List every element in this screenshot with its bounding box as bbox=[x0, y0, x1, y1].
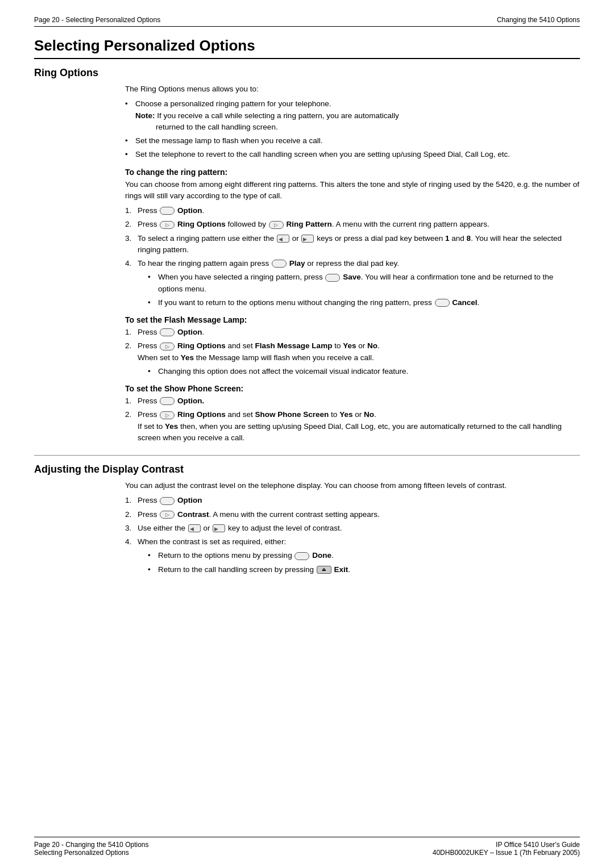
softkey-icon-sp1 bbox=[160, 397, 175, 405]
flash-lamp-steps: Press Option. Press ▷ Ring Options and s… bbox=[125, 327, 580, 377]
show-phone-title: To set the Show Phone Screen: bbox=[125, 384, 580, 393]
bullet-3: Set the telephone to revert to the call … bbox=[125, 149, 580, 160]
contrast-step-2: Press ▷ Contrast. A menu with the curren… bbox=[125, 509, 580, 520]
softkey-icon-c1 bbox=[160, 497, 175, 505]
contrast-step-4: When the contrast is set as required, ei… bbox=[125, 536, 580, 575]
right-arrow-icon bbox=[301, 235, 314, 243]
footer-right-line2: 40DHB0002UKEY – Issue 1 (7th February 20… bbox=[433, 849, 580, 857]
contrast-step-1: Press Option bbox=[125, 495, 580, 506]
section-divider bbox=[34, 455, 580, 456]
left-arrow-icon-c3 bbox=[188, 524, 201, 532]
flash-step-2-sub: Changing this option does not affect the… bbox=[148, 366, 580, 377]
step-4-sub-2: If you want to return to the options men… bbox=[148, 297, 580, 308]
note-indent: returned to the call handling screen. bbox=[156, 123, 278, 131]
change-ring-subsection: To change the ring pattern: You can choo… bbox=[125, 168, 580, 202]
ring-options-bullets: Choose a personalized ringing pattern fo… bbox=[125, 98, 580, 160]
softkey-arrow-c2: ▷ bbox=[160, 511, 175, 519]
show-phone-subsection: To set the Show Phone Screen: bbox=[125, 384, 580, 393]
footer-right: IP Office 5410 User's Guide 40DHB0002UKE… bbox=[433, 841, 580, 857]
softkey-arrow-sp2: ▷ bbox=[160, 411, 175, 419]
change-ring-title: To change the ring pattern: bbox=[125, 168, 580, 177]
change-ring-body: You can choose from among eight differen… bbox=[125, 179, 580, 202]
bullet-1: Choose a personalized ringing pattern fo… bbox=[125, 98, 580, 133]
header-left: Page 20 - Selecting Personalized Options bbox=[34, 16, 160, 24]
display-contrast-section: Adjusting the Display Contrast You can a… bbox=[34, 464, 580, 575]
step-2: Press ▷ Ring Options followed by ▷ Ring … bbox=[125, 219, 580, 230]
page-footer: Page 20 - Changing the 5410 Options Sele… bbox=[34, 837, 580, 857]
softkey-icon-4 bbox=[272, 260, 287, 268]
step-3: To select a ringing pattern use either t… bbox=[125, 233, 580, 256]
show-step-2: Press ▷ Ring Options and set Show Phone … bbox=[125, 409, 580, 444]
footer-right-line1: IP Office 5410 User's Guide bbox=[433, 841, 580, 849]
step-1: Press Option. bbox=[125, 205, 580, 216]
show-phone-steps: Press Option. Press ▷ Ring Options and s… bbox=[125, 395, 580, 444]
flash-step-1: Press Option. bbox=[125, 327, 580, 338]
main-title: Selecting Personalized Options bbox=[34, 37, 580, 59]
step-4-sub-1: When you have selected a ringing pattern… bbox=[148, 272, 580, 295]
display-contrast-intro: You can adjust the contrast level on the… bbox=[125, 480, 580, 491]
contrast-steps: Press Option Press ▷ Contrast. A menu wi… bbox=[125, 495, 580, 575]
bullet-2: Set the message lamp to flash when you r… bbox=[125, 135, 580, 147]
contrast-sub-1: Return to the options menu by pressing D… bbox=[148, 550, 580, 561]
show-step-1: Press Option. bbox=[125, 395, 580, 407]
step-4: To hear the ringing pattern again press … bbox=[125, 258, 580, 308]
softkey-icon-1 bbox=[160, 207, 175, 215]
footer-left-line2: Selecting Personalized Options bbox=[34, 849, 148, 857]
exit-icon: ⏏ bbox=[317, 566, 331, 574]
step-4-sub: When you have selected a ringing pattern… bbox=[148, 272, 580, 308]
flash-lamp-subsection: To set the Flash Message Lamp: bbox=[125, 315, 580, 324]
right-arrow-icon-c3 bbox=[213, 524, 225, 532]
contrast-sub-2: Return to the call handling screen by pr… bbox=[148, 564, 580, 575]
note-text: If you receive a call while selecting a … bbox=[157, 111, 399, 120]
softkey-arrow-2: ▷ bbox=[160, 221, 175, 229]
flash-step-2: Press ▷ Ring Options and set Flash Messa… bbox=[125, 340, 580, 377]
softkey-icon-fl1 bbox=[160, 328, 175, 336]
flash-lamp-title: To set the Flash Message Lamp: bbox=[125, 315, 580, 324]
softkey-icon-save bbox=[325, 274, 340, 282]
footer-left-line1: Page 20 - Changing the 5410 Options bbox=[34, 841, 148, 849]
softkey-arrow-fl2: ▷ bbox=[160, 343, 175, 350]
softkey-arrow-2b: ▷ bbox=[269, 221, 284, 229]
change-ring-steps: Press Option. Press ▷ Ring Options follo… bbox=[125, 205, 580, 308]
display-contrast-title: Adjusting the Display Contrast bbox=[34, 464, 580, 475]
flash-sub-1: Changing this option does not affect the… bbox=[148, 366, 580, 377]
header-right: Changing the 5410 Options bbox=[497, 16, 580, 24]
softkey-icon-cancel bbox=[435, 299, 450, 307]
softkey-icon-done bbox=[294, 552, 309, 560]
page-header: Page 20 - Selecting Personalized Options… bbox=[34, 16, 580, 27]
contrast-step-4-sub: Return to the options menu by pressing D… bbox=[148, 550, 580, 575]
ring-options-section: Ring Options The Ring Options menus allo… bbox=[34, 67, 580, 444]
contrast-step-3: Use either the or key to adjust the leve… bbox=[125, 523, 580, 534]
note-label: Note: bbox=[135, 111, 155, 120]
footer-left: Page 20 - Changing the 5410 Options Sele… bbox=[34, 841, 148, 857]
ring-options-intro: The Ring Options menus allows you to: bbox=[125, 84, 580, 95]
left-arrow-icon bbox=[277, 235, 289, 243]
ring-options-title: Ring Options bbox=[34, 67, 580, 79]
